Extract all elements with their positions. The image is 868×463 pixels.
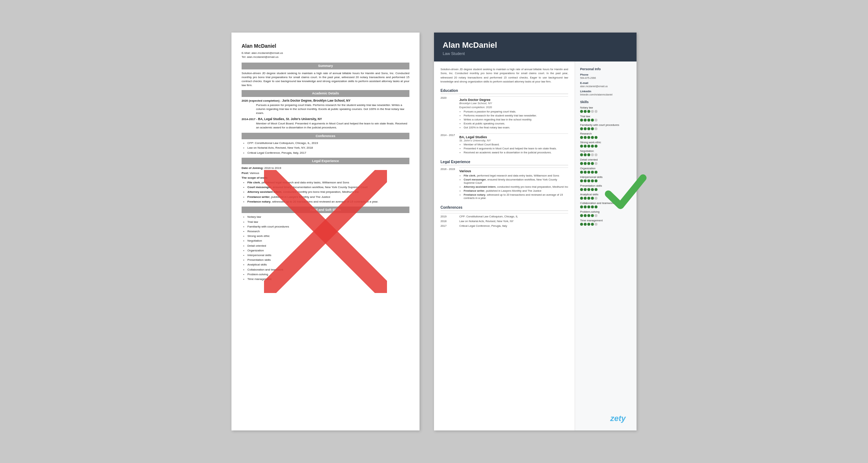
list-item: Familiarity with court procedures (247, 225, 409, 229)
skill-dot (591, 110, 594, 113)
list-item: Writes a column regarding trial law in t… (464, 118, 568, 121)
skill-dot (587, 127, 590, 130)
list-item: Problem-solving (247, 272, 409, 276)
skill-dot (595, 145, 597, 148)
skill-name: Strong work ethic (580, 141, 631, 144)
list-item: Notary law (247, 215, 409, 219)
personal-info-header: Personal Info (580, 67, 631, 71)
skill-dot (580, 119, 583, 122)
skill-dot (595, 179, 597, 182)
right-legal-header: Legal Experience (441, 160, 568, 165)
edu-entry-1: 2020 (expected completion) - Juris Docto… (242, 99, 409, 115)
conf-text-1: CFP: Constitutional Law Colloquium, Chic… (459, 215, 568, 218)
linkedin-label: Linkedin (580, 90, 631, 93)
skill-dot (587, 214, 590, 217)
skill-row: Research (580, 132, 631, 139)
skill-dot (587, 188, 590, 191)
skill-dots (580, 197, 631, 200)
edu-year-1: 2020 (441, 96, 459, 130)
skill-dot (591, 153, 594, 156)
skill-dot (591, 188, 594, 191)
skill-dot (584, 145, 587, 148)
skill-dot (587, 145, 590, 148)
skill-dot (595, 162, 597, 165)
list-item: Trial law (247, 220, 409, 224)
list-item: Interpersonal skills (247, 253, 409, 257)
skill-dot (587, 179, 590, 182)
list-item: Freelance writer, published in Lawyers M… (464, 189, 568, 192)
skill-dot (591, 119, 594, 122)
list-item: Attorney assistant intern, conducted mon… (464, 185, 568, 188)
skills-container: Notary lawTrial lawFamiliarity with cour… (580, 106, 631, 226)
skill-dots (580, 162, 631, 165)
skill-dots (580, 171, 631, 174)
skill-dot (587, 171, 590, 174)
skill-dot (584, 223, 587, 226)
skill-name: Negotiation (580, 149, 631, 153)
skill-dot (584, 179, 587, 182)
skill-dot (580, 223, 583, 226)
right-body: Solution-driven JD degree student seekin… (434, 61, 637, 430)
conf-text-3: Critical Legal Conference, Perugia, Ital… (459, 224, 568, 228)
list-item: Attorney assistant intern, conducted mon… (247, 190, 409, 194)
skill-dots (580, 214, 631, 217)
skill-dot (595, 223, 597, 226)
skill-dot (584, 153, 587, 156)
list-item: Law on Notarial Acts, Revised, New York,… (247, 146, 409, 150)
edu-ul-1: Pursues a passion for preparing court tr… (459, 110, 568, 129)
legal-content: Various File clerk, performed legal rese… (459, 167, 568, 200)
edu-school-1: Brooklyn Law School, NY (459, 102, 568, 105)
legal-scope: The scope of work: (242, 176, 409, 180)
email-value: alan.mcdaniel@email.us (251, 51, 283, 55)
skill-row: Detail oriented (580, 158, 631, 165)
skill-dots (580, 119, 631, 122)
list-item: Received an academic award for a dissert… (464, 151, 568, 154)
list-item: Freelance notary, witnessed up to 20 tra… (247, 200, 409, 204)
skill-dot (587, 162, 590, 165)
edu-ul-2: Member of Moot Court Board. Presented 4 … (459, 143, 568, 154)
skill-dot (587, 119, 590, 122)
right-conferences-header: Conferences (441, 205, 568, 211)
skill-row: Strong work ethic (580, 141, 631, 148)
skill-name: Research (580, 132, 631, 135)
edu-degree-2: BA, Legal Studies (459, 135, 568, 139)
skill-dot (591, 145, 594, 148)
skill-name: Time management (580, 219, 631, 222)
conf-row-3: 2017 Critical Legal Conference, Perugia,… (441, 224, 568, 228)
conf-row-1: 2019 CFP: Constitutional Law Colloquium,… (441, 213, 568, 218)
right-name: Alan McDaniel (443, 41, 628, 50)
skill-dot (580, 214, 583, 217)
linkedin-value: linkedin.com/in/alanmcdaniel (580, 93, 631, 96)
edu-content-2: BA, Legal Studies St. John's University,… (459, 133, 568, 155)
skill-name: Problem-solving (580, 210, 631, 213)
skill-dot (595, 110, 597, 113)
edu2-details: Member of Moot Court Board. Presented 4 … (242, 122, 409, 129)
edu2-year: 2014-2017 - (242, 118, 257, 121)
skill-name: Presentation skills (580, 184, 631, 187)
skill-dot (595, 214, 597, 217)
skill-row: Presentation skills (580, 184, 631, 191)
left-resume: Alan McDaniel E-Mail: alan.mcdaniel@emai… (231, 33, 420, 430)
skill-dots (580, 145, 631, 148)
skill-dot (584, 188, 587, 191)
conf-year-2: 2018 (441, 220, 459, 223)
legal-year: 2016 - 2019 (441, 167, 459, 200)
edu-school-2: St. John's University, NY (459, 139, 568, 142)
list-item: Strong work ethic (247, 234, 409, 238)
list-item: Research (247, 229, 409, 233)
list-item: Excels at public speaking courses. (464, 122, 568, 125)
skill-dot (584, 162, 587, 165)
skill-name: Familiarity with court procedures (580, 123, 631, 127)
skill-dot (595, 127, 597, 130)
list-item: Member of Moot Court Board. (464, 143, 568, 146)
edu2-title: BA, Legal Studies, St. John's University… (258, 117, 322, 121)
edu1-title: Juris Doctor Degree, Brooklyn Law School… (282, 99, 350, 102)
skill-row: Organization (580, 167, 631, 174)
list-item: Court messenger, ensured timely document… (247, 185, 409, 189)
skill-dot (584, 171, 587, 174)
legal-post: Post: Various (242, 171, 409, 175)
edu-year-2: 2014 - 2017 (441, 133, 459, 155)
skill-dots (580, 188, 631, 191)
edu-row-1: 2020 Juris Doctor Degree Brooklyn Law Sc… (441, 96, 568, 130)
skill-row: Notary law (580, 106, 631, 113)
